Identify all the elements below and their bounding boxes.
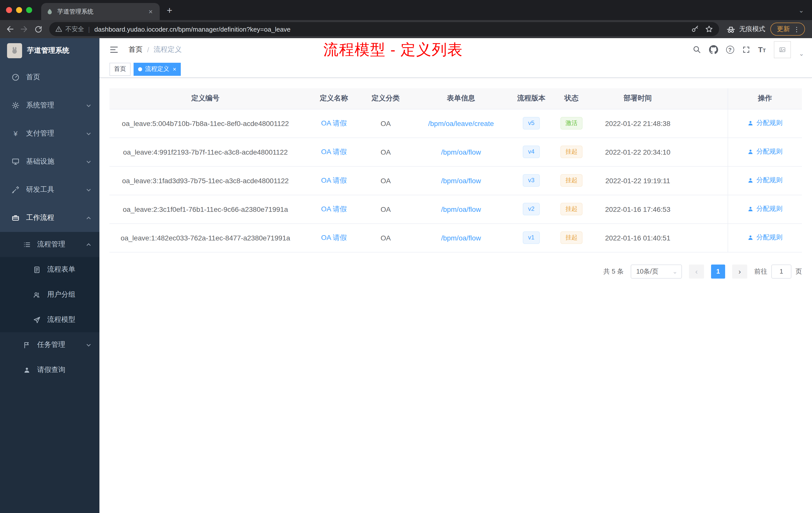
table-row: oa_leave:4:991f2193-7b7f-11ec-a3c8-acde4… — [110, 138, 802, 166]
col-form-info: 表单信息 — [405, 88, 517, 109]
tab-close-icon[interactable]: × — [147, 7, 155, 16]
page-size-select[interactable]: 10条/页 ⌄ — [631, 264, 682, 278]
sidebar-item-task-management[interactable]: 任务管理 — [0, 332, 99, 357]
tag-process-definition[interactable]: 流程定义 × — [134, 62, 181, 76]
assign-rule-button[interactable]: 分配规则 — [748, 147, 783, 156]
cell-deploy-time: 2022-01-22 20:34:10 — [598, 138, 678, 166]
status-badge: 挂起 — [560, 232, 582, 244]
pagination-total: 共 5 条 — [603, 267, 624, 276]
browser-tab[interactable]: 芋道管理系统 × — [41, 3, 160, 20]
cell-category: OA — [367, 109, 405, 138]
app-frame: 芋道管理系统 首页 系统管理 ¥ 支付管理 — [0, 38, 812, 513]
back-button[interactable] — [3, 22, 17, 36]
sidebar-item-devtools[interactable]: 研发工具 — [0, 176, 99, 204]
goto-page: 前往 1 页 — [754, 264, 802, 278]
close-window-button[interactable] — [6, 7, 12, 13]
avatar-caret-icon[interactable]: ⌄ — [799, 51, 804, 57]
breadcrumb: 首页 / 流程定义 — [128, 45, 182, 54]
sidebar-item-leave-query[interactable]: 请假查询 — [0, 357, 99, 383]
cell-definition-id: oa_leave:4:991f2193-7b7f-11ec-a3c8-acde4… — [110, 138, 301, 166]
cell-definition-id: oa_leave:1:482ec033-762a-11ec-8477-a2380… — [110, 223, 301, 252]
assign-rule-button[interactable]: 分配规则 — [748, 205, 783, 214]
chevron-down-icon — [86, 103, 91, 108]
sidebar-top-group: 芋道管理系统 首页 系统管理 ¥ 支付管理 — [0, 38, 99, 232]
sidebar: 芋道管理系统 首页 系统管理 ¥ 支付管理 — [0, 38, 99, 513]
header-actions: ? TT ⌄ — [692, 41, 804, 58]
reload-button[interactable] — [31, 22, 45, 36]
sidebar-item-home[interactable]: 首页 — [0, 63, 99, 91]
cell-deploy-time: 2022-01-22 19:19:11 — [598, 166, 678, 195]
person-icon — [748, 177, 754, 184]
sidebar-item-process-model[interactable]: 流程模型 — [0, 307, 99, 332]
update-label: 更新 — [777, 25, 790, 34]
forward-button[interactable] — [17, 22, 31, 36]
minimize-window-button[interactable] — [16, 7, 22, 13]
sidebar-item-infrastructure[interactable]: 基础设施 — [0, 148, 99, 176]
cell-definition-id: oa_leave:5:004b710b-7b8a-11ec-8ef0-acde4… — [110, 109, 301, 138]
font-size-icon[interactable]: TT — [758, 46, 766, 53]
tab-search-icon[interactable]: ⌄ — [799, 7, 804, 13]
sidebar-item-workflow[interactable]: 工作流程 — [0, 204, 99, 232]
bookmark-star-icon[interactable] — [705, 25, 713, 33]
person-icon — [748, 149, 754, 155]
current-page-button[interactable]: 1 — [711, 264, 725, 278]
cell-category: OA — [367, 195, 405, 223]
assign-rule-button[interactable]: 分配规则 — [748, 119, 783, 128]
annotation-title: 流程模型 - 定义列表 — [323, 38, 463, 61]
next-page-button[interactable]: › — [732, 264, 747, 278]
briefcase-icon — [11, 214, 20, 222]
definition-name-link[interactable]: OA 请假 — [321, 147, 347, 155]
new-tab-button[interactable]: + — [167, 5, 172, 15]
cell-category: OA — [367, 166, 405, 195]
definition-name-link[interactable]: OA 请假 — [321, 233, 347, 241]
sidebar-item-system[interactable]: 系统管理 — [0, 91, 99, 119]
sidebar-collapse-icon[interactable] — [108, 43, 120, 56]
goto-page-input[interactable]: 1 — [771, 264, 791, 278]
table-row: oa_leave:3:1fad3d93-7b75-11ec-a3c8-acde4… — [110, 166, 802, 195]
form-info-link[interactable]: /bpm/oa/flow — [441, 148, 481, 156]
tags-view-bar: 首页 流程定义 × — [99, 61, 812, 78]
assign-rule-button[interactable]: 分配规则 — [748, 233, 783, 242]
definition-name-link[interactable]: OA 请假 — [321, 205, 347, 213]
browser-menu-icon[interactable]: ⋮ — [793, 26, 800, 32]
app-header: 首页 / 流程定义 流程模型 - 定义列表 ? — [99, 38, 812, 61]
chevron-down-icon: ⌄ — [672, 268, 677, 274]
incognito-badge: 无痕模式 — [726, 24, 765, 34]
status-badge: 挂起 — [560, 174, 582, 187]
table-row: oa_leave:2:3c1f0ef1-76b1-11ec-9c66-a2380… — [110, 195, 802, 223]
form-info-link[interactable]: /bpm/oa/flow — [441, 176, 481, 184]
search-icon[interactable] — [692, 45, 701, 54]
form-info-link[interactable]: /bpm/oa/leave/create — [428, 119, 494, 127]
address-bar[interactable]: 不安全 | dashboard.yudao.iocoder.cn/bpm/man… — [49, 22, 719, 36]
github-icon[interactable] — [709, 45, 718, 54]
version-tag: v1 — [522, 232, 540, 244]
sidebar-item-process-form[interactable]: 流程表单 — [0, 257, 99, 282]
app-logo-row[interactable]: 芋道管理系统 — [0, 38, 99, 63]
sidebar-item-process-management[interactable]: 流程管理 — [0, 232, 99, 257]
maximize-window-button[interactable] — [26, 7, 32, 13]
table-row: oa_leave:5:004b710b-7b8a-11ec-8ef0-acde4… — [110, 109, 802, 138]
breadcrumb-home[interactable]: 首页 — [128, 45, 143, 54]
sidebar-item-user-group[interactable]: 用户分组 — [0, 282, 99, 307]
help-icon[interactable]: ? — [726, 46, 734, 54]
screen: 芋道管理系统 × + ⌄ 不安全 | dashboard.yudao.iocod… — [0, 0, 812, 513]
chevron-up-icon — [86, 215, 91, 221]
browser-update-button[interactable]: 更新 ⋮ — [770, 23, 805, 36]
app-logo — [7, 43, 22, 58]
avatar[interactable] — [774, 41, 791, 58]
form-info-link[interactable]: /bpm/oa/flow — [441, 234, 481, 242]
tag-close-icon[interactable]: × — [173, 66, 176, 72]
password-key-icon[interactable] — [691, 25, 699, 33]
definition-name-link[interactable]: OA 请假 — [321, 119, 347, 127]
form-info-link[interactable]: /bpm/oa/flow — [441, 205, 481, 213]
version-tag: v5 — [522, 117, 540, 129]
active-dot — [138, 67, 142, 71]
prev-page-button[interactable]: ‹ — [689, 264, 704, 278]
definition-name-link[interactable]: OA 请假 — [321, 176, 347, 184]
cell-deploy-time: 2022-01-22 21:48:38 — [598, 109, 678, 138]
sidebar-item-payment[interactable]: ¥ 支付管理 — [0, 119, 99, 148]
fullscreen-icon[interactable] — [742, 46, 750, 54]
tag-home[interactable]: 首页 — [110, 62, 130, 76]
security-label: 不安全 — [65, 25, 84, 33]
assign-rule-button[interactable]: 分配规则 — [748, 176, 783, 185]
